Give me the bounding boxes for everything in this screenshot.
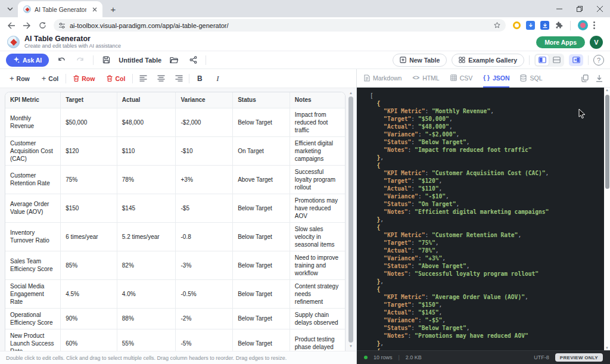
delete-row-button[interactable]: Row bbox=[69, 71, 99, 86]
table-cell[interactable]: $110 bbox=[117, 136, 176, 165]
save-button[interactable] bbox=[99, 54, 113, 67]
table-cell[interactable]: -0.5% bbox=[176, 279, 233, 308]
table-cell[interactable]: 55% bbox=[117, 329, 176, 351]
table-cell[interactable]: -0.8 bbox=[176, 222, 233, 251]
extension-download-icon[interactable] bbox=[526, 21, 535, 30]
user-avatar[interactable]: V bbox=[590, 36, 603, 49]
browser-tab[interactable]: AI Table Generator bbox=[18, 1, 102, 17]
split-rows-view-button[interactable] bbox=[550, 55, 563, 66]
table-cell[interactable]: 6 times/year bbox=[61, 222, 117, 251]
table-cell[interactable]: Customer Acquisition Cost (CAC) bbox=[5, 136, 61, 165]
table-cell[interactable]: 85% bbox=[61, 251, 117, 279]
address-bar[interactable]: ai-toolbox.visual-paradigm.com/app/ai-ta… bbox=[54, 19, 506, 32]
tab-close-icon[interactable] bbox=[90, 5, 99, 14]
split-columns-view-button[interactable] bbox=[536, 55, 549, 66]
table-cell[interactable]: New Product Launch Success Rate bbox=[5, 329, 61, 351]
align-center-button[interactable] bbox=[153, 71, 169, 86]
scroll-up-icon[interactable]: ▲ bbox=[605, 88, 609, 92]
table-cell[interactable]: Inventory Turnover Ratio bbox=[5, 222, 61, 251]
minimize-button[interactable] bbox=[549, 0, 569, 17]
scroll-down-icon[interactable]: ▼ bbox=[605, 346, 609, 350]
table-cell[interactable]: 75% bbox=[61, 165, 117, 194]
table-cell[interactable]: Operational Efficiency Score bbox=[5, 308, 61, 329]
table-cell[interactable]: Supply chain delays observed bbox=[290, 308, 345, 329]
table-cell[interactable]: Below Target bbox=[233, 108, 290, 136]
share-button[interactable] bbox=[186, 54, 200, 67]
table-cell[interactable]: -5% bbox=[176, 329, 233, 351]
table-cell[interactable]: Successful loyalty program rollout bbox=[290, 165, 345, 194]
table-cell[interactable]: 4.5% bbox=[61, 279, 117, 308]
table-cell[interactable]: Above Target bbox=[233, 165, 290, 194]
table-cell[interactable]: 78% bbox=[117, 165, 176, 194]
example-gallery-button[interactable]: Example Gallery bbox=[452, 54, 524, 67]
browser-menu-icon[interactable] bbox=[593, 21, 603, 29]
add-row-button[interactable]: +Row bbox=[5, 71, 35, 86]
table-cell[interactable]: Average Order Value (AOV) bbox=[5, 194, 61, 222]
table-cell[interactable]: Below Target bbox=[233, 194, 290, 222]
restore-button[interactable] bbox=[569, 0, 590, 17]
delete-col-button[interactable]: Col bbox=[102, 71, 130, 86]
table-cell[interactable]: $50,000 bbox=[61, 108, 117, 136]
toggle-right-panel-button[interactable] bbox=[569, 54, 583, 66]
tab-sql[interactable]: SQL bbox=[520, 69, 542, 88]
scroll-up-icon[interactable]: ▲ bbox=[349, 91, 353, 95]
column-header[interactable]: KPI Metric bbox=[5, 92, 61, 108]
tab-html[interactable]: <>HTML bbox=[412, 69, 439, 88]
table-cell[interactable]: 5.2 times/year bbox=[117, 222, 176, 251]
table-cell[interactable]: +3% bbox=[176, 165, 233, 194]
column-header[interactable]: Target bbox=[61, 92, 117, 108]
table-cell[interactable]: Monthly Revenue bbox=[5, 108, 61, 136]
table-cell[interactable]: $150 bbox=[61, 194, 117, 222]
reload-button[interactable] bbox=[36, 19, 49, 32]
code-scrollbar[interactable]: ▲ ▼ bbox=[604, 88, 610, 350]
table-scrollbar[interactable]: ▲ ▼ bbox=[348, 91, 354, 349]
table-cell[interactable]: 90% bbox=[61, 308, 117, 329]
redo-button[interactable] bbox=[74, 54, 87, 67]
ask-ai-button[interactable]: Ask AI bbox=[6, 54, 49, 67]
table-cell[interactable]: Efficient digital marketing campaigns bbox=[290, 136, 345, 165]
table-cell[interactable]: $145 bbox=[117, 194, 176, 222]
table-cell[interactable]: Customer Retention Rate bbox=[5, 165, 61, 194]
table-cell[interactable]: Below Target bbox=[233, 279, 290, 308]
new-tab-button[interactable]: + bbox=[106, 2, 120, 16]
close-window-button[interactable] bbox=[590, 0, 610, 17]
align-right-button[interactable] bbox=[171, 71, 186, 86]
table-cell[interactable]: -$10 bbox=[176, 136, 233, 165]
help-button[interactable]: ? bbox=[593, 55, 604, 66]
url-text[interactable]: ai-toolbox.visual-paradigm.com/app/ai-ta… bbox=[70, 22, 489, 29]
scroll-down-icon[interactable]: ▼ bbox=[349, 344, 353, 349]
column-header[interactable]: Variance bbox=[176, 92, 233, 108]
table-cell[interactable]: -$2,000 bbox=[176, 108, 233, 136]
tab-json[interactable]: { }JSON bbox=[483, 69, 509, 88]
undo-button[interactable] bbox=[55, 54, 68, 67]
extension-save-icon[interactable] bbox=[540, 21, 549, 30]
tune-icon[interactable] bbox=[58, 22, 66, 29]
table-cell[interactable]: Promotions may have reduced AOV bbox=[290, 194, 345, 222]
bold-button[interactable]: B bbox=[192, 71, 207, 86]
table-cell[interactable]: Social Media Engagement Rate bbox=[5, 279, 61, 308]
new-table-button[interactable]: New Table bbox=[393, 54, 447, 67]
extensions-puzzle-icon[interactable] bbox=[555, 21, 563, 30]
table-cell[interactable]: 4.0% bbox=[117, 279, 176, 308]
scrollbar-thumb[interactable] bbox=[348, 97, 353, 343]
extension-ring-icon[interactable] bbox=[513, 21, 521, 29]
json-code[interactable]: [ { "KPI Metric": "Monthly Revenue", "Ta… bbox=[357, 88, 604, 350]
tab-search-button[interactable] bbox=[4, 2, 17, 15]
table-cell[interactable]: $120 bbox=[61, 136, 117, 165]
copy-icon[interactable] bbox=[581, 74, 589, 82]
table-cell[interactable]: 82% bbox=[117, 251, 176, 279]
table-cell[interactable]: Below Target bbox=[233, 251, 290, 279]
column-header[interactable]: Status bbox=[233, 92, 290, 108]
align-left-button[interactable] bbox=[135, 71, 151, 86]
add-col-button[interactable]: +Col bbox=[37, 71, 64, 86]
tab-csv[interactable]: CSV bbox=[450, 69, 473, 88]
column-header[interactable]: Actual bbox=[117, 92, 176, 108]
browser-profile-avatar[interactable] bbox=[578, 20, 588, 30]
column-header[interactable]: Notes bbox=[290, 92, 345, 108]
table-cell[interactable]: $48,000 bbox=[117, 108, 176, 136]
table-cell[interactable]: Need to improve training and workflow bbox=[290, 251, 345, 279]
table-cell[interactable]: -3% bbox=[176, 251, 233, 279]
table-cell[interactable]: Sales Team Efficiency Score bbox=[5, 251, 61, 279]
table-cell[interactable]: Product testing phase delayed bbox=[290, 329, 345, 351]
table-cell[interactable]: Below Target bbox=[233, 329, 290, 351]
